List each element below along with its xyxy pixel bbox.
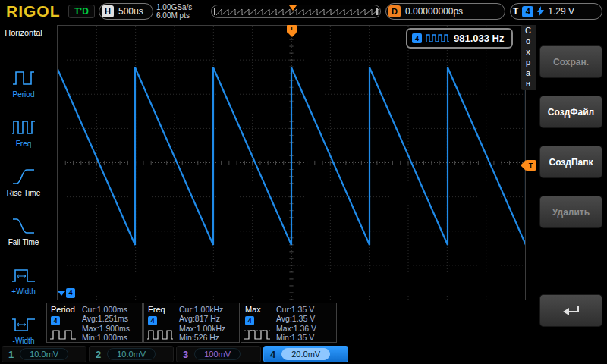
menu-button-label: Удалить (552, 207, 590, 218)
frequency-counter: 4 981.033 Hz (406, 28, 513, 49)
minus-width-icon (11, 315, 36, 334)
channel-scale: 20.0mV (281, 348, 330, 360)
timebase-value: 500us (118, 6, 143, 17)
sidebar-item-label: -Width (0, 337, 47, 345)
sidebar-item-minus-width[interactable]: -Width (0, 313, 47, 345)
sidebar-item-fall-time[interactable]: Fall Time (0, 215, 47, 246)
h-badge: H (102, 5, 114, 17)
trigger-level-value: 1.29 V (548, 6, 574, 17)
channel-scale: 100mV (194, 348, 241, 360)
t-label: T (513, 6, 518, 17)
measurement-name: Max (245, 305, 261, 314)
horizontal-position-strip[interactable] (211, 5, 381, 18)
oscilloscope-screen: RIGOL T'D H 500us 1.00GSa/s 6.00M pts D … (0, 0, 607, 364)
channel-scale: 10.0mV (20, 348, 68, 360)
trigger-position-marker[interactable]: T (286, 25, 297, 37)
menu-button-label: Сохран. (553, 57, 589, 67)
sidebar-item-label: Rise Time (0, 189, 47, 197)
delay-control[interactable]: D 0.00000000ps (385, 3, 505, 20)
measurement-min: Min:526 Hz (179, 333, 225, 342)
menu-button-back[interactable] (539, 294, 602, 327)
measurement-name: Period (51, 305, 75, 314)
channel4-offset-label: 4 (66, 288, 75, 298)
channel-number: 1 (8, 349, 14, 360)
sample-rate: 1.00GSa/s (156, 3, 192, 11)
measurement-freq[interactable]: Freq 4 Cur:1.00kHz Avg:817 Hz Max:1.00kH… (143, 303, 240, 343)
fall-time-icon (11, 216, 36, 236)
menu-button-new-file[interactable]: СоздФайл (539, 96, 602, 128)
trigger-bolt-icon (537, 6, 544, 17)
measurement-min: Min:1.35 V (276, 333, 316, 342)
menu-button-new-folder[interactable]: СоздПапк (539, 146, 602, 178)
channel-bar: 1 10.0mV 2 10.0mV 3 100mV 4 20.0mV (0, 345, 607, 364)
max-meas-icon (244, 328, 271, 341)
top-bar: RIGOL T'D H 500us 1.00GSa/s 6.00M pts D … (0, 0, 607, 23)
sidebar-item-label: Fall Time (0, 238, 47, 246)
sidebar-item-label: Freq (0, 140, 47, 148)
period-meas-icon (49, 328, 77, 341)
trigger-control[interactable]: T 4 1.29 V (510, 3, 602, 20)
measurement-values: Cur:1.35 V Avg:1.35 V Max:1.36 V Min:1.3… (276, 305, 316, 342)
channel-1-widget[interactable]: 1 10.0mV (2, 346, 86, 362)
channel-number: 3 (183, 349, 188, 360)
trigger-source-badge: 4 (522, 6, 533, 17)
menu-button-label: СоздПапк (549, 157, 593, 168)
menu-button-save[interactable]: Сохран. (539, 46, 602, 78)
left-sidebar: Horizontal Period Freq Rise Time Fall Ti… (0, 23, 47, 345)
trigger-level-arrow (521, 160, 526, 171)
measurement-max: Max:1.36 V (276, 324, 316, 333)
channel-4-widget[interactable]: 4 20.0mV (263, 346, 348, 362)
plus-width-icon (11, 265, 36, 285)
counter-channel-badge: 4 (412, 33, 422, 43)
measurement-values: Cur:1.00kHz Avg:817 Hz Max:1.00kHz Min:5… (179, 305, 225, 342)
measurement-cur: Cur:1.000ms (82, 305, 130, 314)
delay-value: 0.00000000ps (405, 6, 463, 17)
trigger-level-label: T (526, 160, 536, 171)
measurement-avg: Avg:817 Hz (179, 314, 225, 323)
horizontal-timebase-control[interactable]: H 500us (99, 3, 153, 20)
measurement-period[interactable]: Period 4 Cur:1.000ms Avg:1.251ms Max:1.9… (46, 303, 143, 343)
channel-scale: 10.0mV (107, 348, 156, 360)
trigger-marker-arrow (288, 33, 297, 37)
return-arrow-icon (560, 303, 583, 319)
acquisition-info: 1.00GSa/s 6.00M pts (156, 3, 192, 20)
sidebar-title: Horizontal (0, 23, 47, 37)
waveform-display (58, 26, 525, 300)
channel-number: 4 (270, 349, 275, 360)
channel-number: 2 (96, 349, 101, 360)
sidebar-item-label: Period (0, 90, 47, 99)
freq-icon (11, 118, 36, 137)
sidebar-item-label: +Width (0, 287, 47, 296)
menu-tab-save: Сохран (521, 25, 536, 90)
counter-value: 981.033 Hz (454, 33, 505, 44)
pulse-train-icon (426, 33, 450, 43)
trigger-marker-label: T (287, 25, 297, 33)
channel4-offset-marker[interactable]: 4 (58, 288, 75, 298)
measurement-avg: Avg:1.251ms (82, 314, 130, 323)
measurement-channel-badge: 4 (51, 316, 60, 325)
measurement-max[interactable]: Max 4 Cur:1.35 V Avg:1.35 V Max:1.36 V M… (241, 303, 337, 343)
measurement-name: Freq (148, 305, 165, 314)
trigger-position-marker-mini[interactable] (289, 5, 297, 11)
measurement-max: Max:1.00kHz (179, 324, 225, 333)
sidebar-item-rise-time[interactable]: Rise Time (0, 165, 47, 197)
measurement-max: Max:1.900ms (82, 324, 130, 333)
sidebar-item-freq[interactable]: Freq (0, 116, 47, 148)
channel4-offset-arrow (58, 291, 65, 296)
measurement-channel-badge: 4 (148, 316, 157, 325)
trigger-level-marker[interactable]: T (521, 160, 536, 171)
menu-button-label: СоздФайл (548, 107, 594, 118)
sidebar-item-period[interactable]: Period (0, 67, 47, 99)
rise-time-icon (11, 167, 36, 187)
d-badge: D (388, 5, 401, 17)
measurement-values: Cur:1.000ms Avg:1.251ms Max:1.900ms Min:… (82, 305, 130, 342)
period-icon (11, 68, 36, 88)
sidebar-item-plus-width[interactable]: +Width (0, 264, 47, 296)
menu-button-delete[interactable]: Удалить (539, 196, 602, 228)
channel-2-widget[interactable]: 2 10.0mV (89, 346, 174, 362)
graticule (57, 25, 526, 300)
measurement-cur: Cur:1.00kHz (179, 305, 225, 314)
rigol-logo: RIGOL (6, 2, 61, 20)
memory-depth: 6.00M pts (156, 11, 192, 20)
channel-3-widget[interactable]: 3 100mV (176, 346, 261, 362)
